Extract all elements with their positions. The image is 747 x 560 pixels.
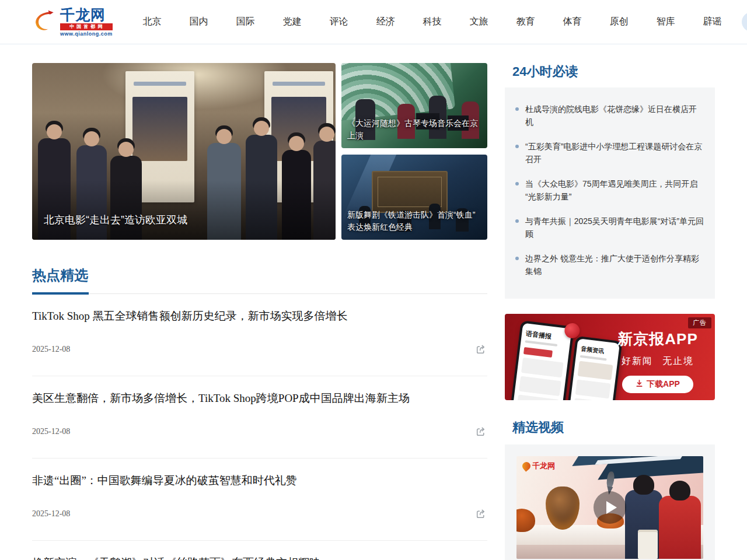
nav-item-culture-travel[interactable]: 文旅 (460, 11, 498, 33)
news-title[interactable]: 焕新京演：《天鹅湖》对话《丝路花雨》东西经典交相辉映 (32, 555, 487, 560)
bullet-dot-icon (515, 219, 519, 223)
bullet-dot-icon (515, 182, 519, 186)
sidebar: 24小时必读 杜成导演的院线电影《花饼恋缘》近日在横店开机 “五彩美育”电影进中… (505, 63, 715, 560)
news-date: 2025-12-08 (32, 509, 70, 519)
bullet-dot-icon (515, 107, 519, 111)
decor (523, 347, 553, 358)
video-panel: 千龙网 (505, 444, 715, 560)
share-button[interactable] (474, 425, 487, 438)
logo-text: 千龙网 中国首都网 www.qianlong.com (60, 8, 113, 37)
decor (521, 358, 564, 377)
nav-item-rumor[interactable]: 辟谣 (694, 11, 731, 33)
play-button[interactable] (594, 491, 626, 524)
must-read-item[interactable]: 与青年共振｜2025吴天明青年电影展“对话”单元回顾 (515, 215, 704, 240)
nav-item-party[interactable]: 党建 (274, 11, 311, 33)
section-title-videos: 精选视频 (512, 420, 715, 435)
decor (134, 82, 186, 86)
news-row[interactable]: 非遗“出圈”：中国歌舞编导夏冰的破茧智慧和时代礼赞 2025-12-08 (32, 459, 487, 541)
news-row[interactable]: 焕新京演：《天鹅湖》对话《丝路花雨》东西经典交相辉映 2025-12-08 (32, 541, 487, 560)
news-date: 2025-12-08 (32, 345, 70, 354)
hero-side-image-drama[interactable]: 新版舞剧《铁道游击队》首演“铁血”表达焕新红色经典 (341, 155, 487, 240)
ad-tag-label: 广告 (688, 317, 711, 328)
ad-app-name: 新京报APP (612, 329, 703, 349)
nav-item-original[interactable]: 原创 (601, 11, 638, 33)
decor-pottery (546, 487, 580, 530)
bullet-dot-icon (515, 257, 519, 260)
more-button[interactable]: 更多+ (742, 12, 747, 32)
decor (575, 380, 611, 399)
must-read-text: 边界之外 锐意生光：推广大使于适创作分享精彩集锦 (525, 252, 704, 278)
news-row[interactable]: 美区生意翻倍，新市场多倍增长，TikTok Shop跨境POP成中国品牌出海新主… (32, 376, 487, 459)
share-button[interactable] (474, 508, 487, 520)
ad-text-block: 新京报APP 好新闻 无止境 下载APP (612, 329, 703, 393)
must-read-item[interactable]: 当《大众电影》75周年遇见唯美周庄，共同开启“光影新力量” (515, 177, 704, 203)
decor-phone-screen: 语音播报 (510, 323, 572, 400)
nav-item-comment[interactable]: 评论 (320, 11, 358, 33)
nav-item-economy[interactable]: 经济 (367, 11, 404, 33)
must-read-item[interactable]: 边界之外 锐意生光：推广大使于适创作分享精彩集锦 (515, 252, 704, 278)
phone-app-title: 音频资讯 (581, 345, 615, 357)
logo-url: www.qianlong.com (60, 32, 113, 37)
bullet-dot-icon (515, 145, 519, 148)
must-read-text: 与青年共振｜2025吴天明青年电影展“对话”单元回顾 (525, 215, 704, 240)
download-app-button[interactable]: 下载APP (622, 376, 693, 393)
nav-item-sports[interactable]: 体育 (554, 11, 591, 33)
decor (580, 355, 608, 361)
must-read-text: 杜成导演的院线电影《花饼恋缘》近日在横店开机 (525, 103, 704, 128)
decor-phone-mockup: 语音播报 (508, 320, 574, 400)
must-read-text: “五彩美育”电影进中小学理想工程课题研讨会在京召开 (525, 140, 704, 166)
news-meta: 2025-12-08 (32, 343, 487, 356)
ad-slogan: 好新闻 无止境 (612, 355, 703, 368)
nav-item-domestic[interactable]: 国内 (180, 11, 218, 33)
hero-caption: 北京电影“走出去”造访欧亚双城 (32, 180, 336, 240)
must-read-text: 当《大众电影》75周年遇见唯美周庄，共同开启“光影新力量” (525, 177, 704, 203)
ad-banner[interactable]: 广告 语音播报 音频资讯 (505, 314, 715, 400)
figure-silhouette (659, 496, 701, 559)
nav-item-beijing[interactable]: 北京 (134, 11, 171, 33)
video-watermark: 千龙网 (522, 461, 555, 471)
news-date: 2025-12-08 (32, 427, 70, 436)
news-meta: 2025-12-08 (32, 508, 487, 520)
hero-section: 北京电影“走出去”造访欧亚双城 《大运河随想》古琴专场音乐会在京上演 (32, 63, 487, 240)
thumb-caption: 新版舞剧《铁道游击队》首演“铁血”表达焕新红色经典 (341, 191, 487, 240)
decor (516, 394, 559, 400)
watermark-text: 千龙网 (532, 461, 555, 471)
download-button-label: 下载APP (647, 379, 680, 390)
news-title[interactable]: 美区生意翻倍，新市场多倍增长，TikTok Shop跨境POP成中国品牌出海新主… (32, 390, 487, 407)
hot-picks-section: 热点精选 TikTok Shop 黑五全球销售额创新历史纪录，新市场实现多倍增长… (32, 267, 487, 560)
logo-subtitle: 中国首都网 (60, 23, 113, 30)
nav-item-thinktank[interactable]: 智库 (647, 11, 685, 33)
hero-main-image[interactable]: 北京电影“走出去”造访欧亚双城 (32, 63, 336, 240)
share-button[interactable] (474, 343, 487, 356)
decor (132, 97, 187, 161)
nav-item-international[interactable]: 国际 (227, 11, 264, 33)
logo-title: 千龙网 (60, 8, 113, 22)
site-logo[interactable]: 千龙网 中国首都网 www.qianlong.com (32, 8, 113, 37)
hero-side-image-concert[interactable]: 《大运河随想》古琴专场音乐会在京上演 (341, 63, 487, 148)
thumb-caption: 《大运河随想》古琴专场音乐会在京上演 (341, 100, 487, 148)
dragon-logo-icon (32, 9, 58, 36)
section-title-hot-picks: 热点精选 (32, 267, 487, 284)
news-meta: 2025-12-08 (32, 425, 487, 438)
section-divider (32, 293, 487, 294)
main-nav: 北京 国内 国际 党建 评论 经济 科技 文旅 教育 体育 原创 智库 辟谣 更… (129, 11, 747, 33)
decor (578, 361, 613, 380)
video-thumbnail[interactable]: 千龙网 (516, 456, 703, 559)
download-icon (636, 380, 643, 389)
decor (273, 82, 325, 86)
nav-item-education[interactable]: 教育 (507, 11, 544, 33)
must-read-item[interactable]: “五彩美育”电影进中小学理想工程课题研讨会在京召开 (515, 140, 704, 166)
decor-tote-bag (638, 530, 658, 559)
decor (573, 398, 609, 400)
news-row[interactable]: TikTok Shop 黑五全球销售额创新历史纪录，新市场实现多倍增长 2025… (32, 294, 487, 376)
nav-item-tech[interactable]: 科技 (414, 11, 451, 33)
section-title-must-read: 24小时必读 (512, 64, 715, 79)
play-icon (606, 501, 617, 514)
main-column: 北京电影“走出去”造访欧亚双城 《大运河随想》古琴专场音乐会在京上演 (32, 63, 487, 560)
news-title[interactable]: 非遗“出圈”：中国歌舞编导夏冰的破茧智慧和时代礼赞 (32, 473, 487, 489)
news-title[interactable]: TikTok Shop 黑五全球销售额创新历史纪录，新市场实现多倍增长 (32, 308, 487, 324)
must-read-item[interactable]: 杜成导演的院线电影《花饼恋缘》近日在横店开机 (515, 103, 704, 128)
page-body: 北京电影“走出去”造访欧亚双城 《大运河随想》古琴专场音乐会在京上演 (0, 44, 747, 560)
must-read-list: 杜成导演的院线电影《花饼恋缘》近日在横店开机 “五彩美育”电影进中小学理想工程课… (505, 88, 715, 299)
top-nav-bar: 千龙网 中国首都网 www.qianlong.com 北京 国内 国际 党建 评… (0, 0, 747, 44)
